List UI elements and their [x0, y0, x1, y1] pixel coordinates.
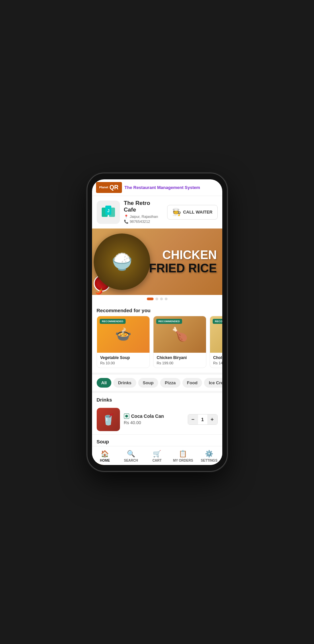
- nav-cart[interactable]: 🛒 CART: [144, 446, 170, 465]
- dot-3[interactable]: [160, 298, 163, 300]
- tab-pizza[interactable]: Pizza: [160, 378, 180, 388]
- rec-name-biryani: Chicken Biryani: [157, 355, 203, 360]
- restaurant-name: The Retro Cafe: [124, 200, 163, 213]
- veg-dot-cola: [125, 415, 128, 417]
- settings-label: SETTINGS: [201, 459, 217, 462]
- cola-qty-value: 1: [198, 417, 207, 422]
- rec-name-bhature: Chole Bhature: [213, 355, 222, 360]
- svg-text:J: J: [107, 209, 109, 213]
- rec-badge-bhature: RECOMMENDED: [213, 319, 222, 324]
- restaurant-location: 📍 Jaipur, Rajasthan: [124, 215, 163, 219]
- rec-img-soup: 🍲 RECOMMENDED: [97, 316, 150, 353]
- food-circle: [94, 233, 150, 290]
- dot-2[interactable]: [156, 298, 158, 300]
- orders-icon: 📋: [179, 450, 187, 458]
- nav-settings[interactable]: ⚙️ SETTINGS: [196, 446, 222, 465]
- dot-4[interactable]: [165, 298, 167, 300]
- rec-card-soup[interactable]: 🍲 RECOMMENDED Vegetable Soup Rs 10.00: [97, 316, 150, 368]
- recommended-list: 🍲 RECOMMENDED Vegetable Soup Rs 10.00 🍗 …: [92, 316, 222, 373]
- orders-label: MY ORDERS: [173, 459, 193, 462]
- tab-drinks[interactable]: Drinks: [113, 378, 136, 388]
- nav-home[interactable]: 🏠 HOME: [92, 446, 118, 465]
- cola-qty-decrease[interactable]: −: [188, 414, 198, 424]
- section-soup: Soup: [92, 435, 222, 446]
- rec-card-bhature[interactable]: 🫓 RECOMMENDED Chole Bhature Rs 149.00: [210, 316, 222, 368]
- search-icon: 🔍: [127, 450, 135, 458]
- menu-item-cola: 🥤 Coca Cola Can Rs 40.00 − 1 +: [92, 405, 222, 435]
- settings-icon: ⚙️: [205, 450, 213, 458]
- rec-badge-biryani: RECOMMENDED: [156, 319, 182, 324]
- banner: 🌶️ CHICKEN FRIED RICE: [92, 229, 222, 295]
- call-waiter-button[interactable]: 🧑‍🍳 CALL WAITER: [167, 205, 218, 220]
- soup-emoji: 🍲: [115, 326, 132, 342]
- planet-text: Planet: [99, 186, 108, 189]
- rec-img-biryani: 🍗 RECOMMENDED: [154, 316, 206, 353]
- phone-icon: 📞: [124, 220, 129, 224]
- cola-name-row: Coca Cola Can: [124, 414, 184, 419]
- banner-title: CHICKEN FRIED RICE: [149, 248, 217, 275]
- cart-label: CART: [153, 459, 162, 462]
- restaurant-phone: 📞 9876543212: [124, 220, 163, 224]
- tab-all[interactable]: All: [97, 378, 112, 388]
- call-waiter-label: CALL WAITER: [183, 210, 213, 215]
- veg-icon-cola: [124, 414, 129, 419]
- category-tabs: All Drinks Soup Pizza Food Ice Cream Jui…: [92, 373, 222, 393]
- search-label: SEARCH: [124, 459, 138, 462]
- cola-image: 🥤: [97, 408, 120, 431]
- cola-qty-control: − 1 +: [188, 414, 218, 425]
- banner-line1: CHICKEN: [149, 248, 217, 262]
- rec-price-soup: Rs 10.00: [100, 361, 146, 365]
- rec-name-soup: Vegetable Soup: [100, 355, 146, 360]
- cart-icon: 🛒: [153, 450, 161, 458]
- nav-orders[interactable]: 📋 MY ORDERS: [170, 446, 196, 465]
- rec-price-biryani: Rs 199.00: [157, 361, 203, 365]
- restaurant-info: J The Retro Cafe 📍 Jaipur, Rajasthan 📞 9…: [92, 196, 222, 229]
- nav-search[interactable]: 🔍 SEARCH: [118, 446, 144, 465]
- banner-dots: [92, 295, 222, 303]
- phone-frame: Planet QR The Restaurant Management Syst…: [87, 173, 227, 471]
- tab-food[interactable]: Food: [182, 378, 202, 388]
- rec-info-bhature: Chole Bhature Rs 149.00: [210, 353, 222, 368]
- home-label: HOME: [100, 459, 110, 462]
- brand-tagline: The Restaurant Management System: [125, 185, 200, 190]
- cola-details: Coca Cola Can Rs 40.00: [124, 414, 184, 425]
- waiter-icon: 🧑‍🍳: [172, 208, 181, 217]
- phone-screen: Planet QR The Restaurant Management Syst…: [92, 179, 222, 465]
- biryani-emoji: 🍗: [171, 326, 188, 342]
- banner-line2: FRIED RICE: [149, 262, 217, 275]
- home-icon: 🏠: [101, 450, 109, 458]
- tab-soup[interactable]: Soup: [138, 378, 158, 388]
- recommended-title: Recommended for you: [92, 303, 222, 316]
- rec-info-biryani: Chicken Biryani Rs 199.00: [154, 353, 206, 368]
- cola-qty-increase[interactable]: +: [207, 414, 217, 424]
- restaurant-details: The Retro Cafe 📍 Jaipur, Rajasthan 📞 987…: [124, 200, 163, 225]
- section-drinks: Drinks: [92, 393, 222, 405]
- rec-card-biryani[interactable]: 🍗 RECOMMENDED Chicken Biryani Rs 199.00: [153, 316, 206, 368]
- brand-logo: Planet QR: [96, 182, 122, 193]
- location-icon: 📍: [124, 215, 129, 219]
- rec-price-bhature: Rs 149.00: [213, 361, 222, 365]
- banner-text: CHICKEN FRIED RICE: [149, 248, 217, 275]
- dot-1[interactable]: [147, 298, 154, 300]
- restaurant-logo: J: [97, 201, 120, 224]
- cola-name: Coca Cola Can: [131, 414, 164, 419]
- qr-text: QR: [110, 184, 119, 191]
- tab-ice-cream[interactable]: Ice Cream: [204, 378, 222, 388]
- cola-price: Rs 40.00: [124, 420, 184, 425]
- restaurant-logo-icon: J: [101, 205, 116, 220]
- rec-img-bhature: 🫓 RECOMMENDED: [210, 316, 222, 353]
- rec-badge-soup: RECOMMENDED: [100, 319, 126, 324]
- rec-info-soup: Vegetable Soup Rs 10.00: [97, 353, 150, 368]
- chili-decoration: 🌶️: [95, 288, 103, 295]
- brand-bar: Planet QR The Restaurant Management Syst…: [92, 179, 222, 196]
- bottom-nav: 🏠 HOME 🔍 SEARCH 🛒 CART 📋 MY ORDERS ⚙️ SE…: [92, 446, 222, 465]
- banner-food-image: [92, 229, 155, 295]
